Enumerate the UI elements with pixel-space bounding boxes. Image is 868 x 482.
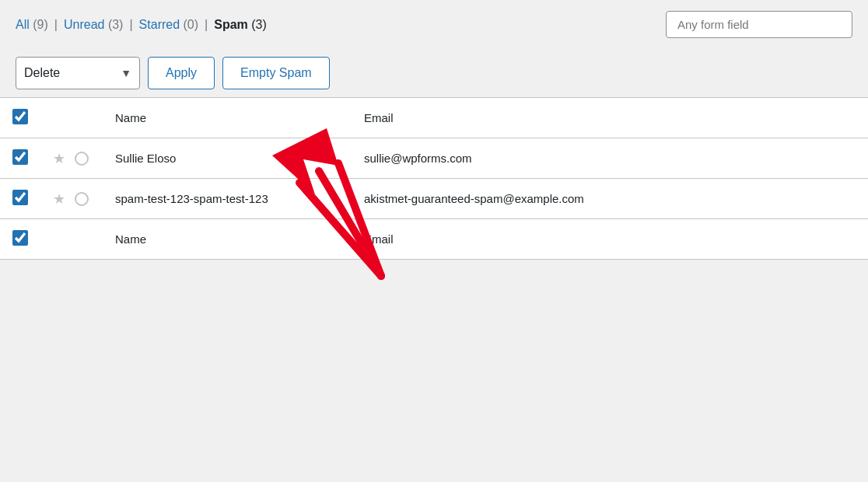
filter-starred[interactable]: Starred (0) xyxy=(139,18,198,32)
bulk-action-select[interactable]: Delete ▼ xyxy=(16,57,140,89)
footer-email: Email xyxy=(352,219,868,260)
filter-all[interactable]: All (9) xyxy=(16,18,48,32)
row2-name: spam-test-123-spam-test-123 xyxy=(103,179,352,219)
empty-spam-button[interactable]: Empty Spam xyxy=(222,57,330,89)
separator-3: | xyxy=(205,18,208,32)
filter-links: All (9) | Unread (3) | Starred (0) | Spa… xyxy=(16,18,267,32)
footer-name: Name xyxy=(103,219,352,260)
entries-table: Name Email ★ Sullie Eloso sullie@wpforms… xyxy=(0,97,868,260)
row1-email: sullie@wpforms.com xyxy=(352,138,868,179)
row1-checkbox[interactable] xyxy=(12,149,28,165)
table-row: ★ spam-test-123-spam-test-123 akistmet-g… xyxy=(0,179,868,219)
bulk-action-label: Delete xyxy=(24,66,114,80)
filter-unread[interactable]: Unread (3) xyxy=(64,18,124,32)
separator-2: | xyxy=(129,18,132,32)
filter-spam[interactable]: Spam (3) xyxy=(214,18,267,32)
table-footer-row: Name Email xyxy=(0,219,868,260)
footer-icons-cell xyxy=(40,219,103,260)
header-icons-cell xyxy=(40,98,103,138)
select-all-checkbox[interactable] xyxy=(12,109,28,124)
row2-email: akistmet-guaranteed-spam@example.com xyxy=(352,179,868,219)
row1-star-icon[interactable]: ★ xyxy=(53,150,65,167)
row1-icons-cell: ★ xyxy=(40,138,103,179)
row1-name: Sullie Eloso xyxy=(103,138,352,179)
footer-checkbox[interactable] xyxy=(12,230,28,246)
chevron-down-icon: ▼ xyxy=(121,67,131,79)
header-checkbox-cell xyxy=(0,98,40,138)
row1-checkbox-cell xyxy=(0,138,40,179)
header-name: Name xyxy=(103,98,352,138)
separator-1: | xyxy=(54,18,58,32)
table-header-row: Name Email xyxy=(0,98,868,138)
row2-icons-cell: ★ xyxy=(40,179,103,219)
action-bar: Delete ▼ Apply Empty Spam xyxy=(0,49,868,97)
row2-checkbox-cell xyxy=(0,179,40,219)
table-row: ★ Sullie Eloso sullie@wpforms.com xyxy=(0,138,868,179)
row2-star-icon[interactable]: ★ xyxy=(53,190,65,208)
row2-checkbox[interactable] xyxy=(12,190,28,205)
row2-radio-icon[interactable] xyxy=(75,192,89,206)
header-email: Email xyxy=(352,98,868,138)
footer-checkbox-cell xyxy=(0,219,40,260)
filter-bar: All (9) | Unread (3) | Starred (0) | Spa… xyxy=(0,0,868,49)
row1-radio-icon[interactable] xyxy=(75,152,89,166)
search-input[interactable] xyxy=(666,11,852,38)
apply-button[interactable]: Apply xyxy=(148,57,215,89)
page-wrapper: All (9) | Unread (3) | Starred (0) | Spa… xyxy=(0,0,868,482)
